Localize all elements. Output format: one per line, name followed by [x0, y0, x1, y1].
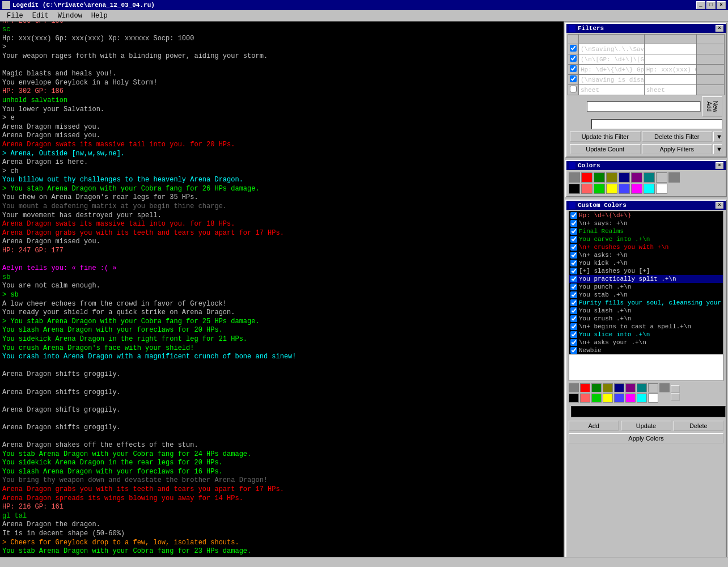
custom-colors-close-button[interactable]: ×	[716, 202, 723, 209]
custom-color-checkbox[interactable]	[570, 323, 577, 330]
custom-color-checkbox[interactable]	[570, 220, 577, 227]
cc-color-swatch[interactable]	[625, 383, 636, 392]
custom-color-checkbox[interactable]	[570, 252, 577, 259]
cc-scroll-down[interactable]: ▼	[671, 393, 680, 401]
custom-color-item[interactable]: Final Realms	[569, 227, 723, 235]
custom-color-checkbox[interactable]	[570, 244, 577, 251]
cc-update-button[interactable]: Update	[621, 421, 671, 431]
custom-color-checkbox[interactable]	[570, 212, 577, 219]
custom-color-item[interactable]: \n+ crushes you with +\n	[569, 243, 723, 251]
color-swatch[interactable]	[606, 172, 617, 183]
cc-color-swatch[interactable]	[591, 393, 602, 403]
custom-color-item[interactable]: You kick .+\n	[569, 259, 723, 267]
cc-color-swatch[interactable]	[580, 383, 590, 392]
filter-checkbox[interactable]	[570, 86, 577, 92]
filter-checkbox[interactable]	[570, 75, 577, 82]
filter-checkbox[interactable]	[570, 65, 577, 72]
custom-color-checkbox[interactable]	[570, 339, 577, 346]
cc-color-swatch[interactable]	[625, 393, 636, 403]
color-swatch[interactable]	[644, 184, 655, 194]
custom-color-checkbox[interactable]	[570, 299, 577, 306]
menu-window[interactable]: Window	[53, 11, 87, 21]
filter-row[interactable]: sheetsheet0	[568, 85, 725, 95]
filter-row[interactable]: (\nSaving is disabled ...0	[568, 75, 725, 85]
color-swatch[interactable]	[631, 172, 642, 183]
custom-color-checkbox[interactable]	[570, 236, 577, 243]
custom-colors-list[interactable]: Hp: \d+\{\d+\}\n+ says: +\nFinal RealmsY…	[569, 211, 723, 381]
filters-close-button[interactable]: ×	[716, 25, 723, 32]
custom-color-item[interactable]: \n+ begins to cast a spell.+\n	[569, 323, 723, 331]
custom-color-item[interactable]: \n+ says: +\n	[569, 219, 723, 227]
custom-color-checkbox[interactable]	[570, 331, 577, 338]
update-count-button[interactable]: Update Count	[570, 144, 641, 154]
filter-checkbox[interactable]	[570, 55, 577, 62]
cc-color-swatch[interactable]	[580, 393, 590, 403]
cc-color-swatch[interactable]	[648, 383, 658, 392]
custom-color-checkbox[interactable]	[570, 276, 577, 282]
cc-color-swatch[interactable]	[569, 393, 579, 403]
custom-color-item[interactable]: You stab .+\n	[569, 291, 723, 299]
cc-color-swatch[interactable]	[659, 383, 670, 392]
color-swatch[interactable]	[606, 184, 617, 194]
custom-color-checkbox[interactable]	[570, 291, 577, 298]
cc-color-swatch[interactable]	[637, 393, 647, 403]
apply-filters-dropdown-button[interactable]: ▼	[713, 144, 722, 154]
add-new-button[interactable]: Add New	[702, 96, 722, 117]
custom-color-item[interactable]: Hp: \d+\{\d+\}	[569, 211, 723, 219]
custom-color-item[interactable]: Newbie	[569, 346, 723, 354]
terminal[interactable]: you envelope Greylock in a Holy Storm!HP…	[0, 22, 564, 567]
menu-file[interactable]: File	[2, 11, 28, 21]
cc-add-button[interactable]: Add	[569, 421, 619, 431]
cc-color-swatch[interactable]	[569, 383, 579, 392]
filter-checkbox[interactable]	[570, 45, 577, 52]
custom-color-item[interactable]: \n+ asks: +\n	[569, 251, 723, 259]
cc-color-swatch[interactable]	[603, 393, 613, 403]
menu-edit[interactable]: Edit	[28, 11, 53, 21]
color-swatch[interactable]	[631, 184, 642, 194]
color-swatch[interactable]	[569, 184, 580, 194]
cc-color-swatch[interactable]	[591, 383, 602, 392]
filter-dropdown-button[interactable]: ▼	[713, 132, 722, 142]
cc-color-swatch[interactable]	[637, 383, 647, 392]
cc-scroll-up[interactable]: ▲	[671, 385, 680, 393]
apply-filters-button[interactable]: Apply Filters	[642, 144, 713, 154]
close-button[interactable]: ×	[717, 1, 726, 9]
custom-color-item[interactable]: You slice into .+\n	[569, 331, 723, 338]
cc-color-swatch[interactable]	[614, 383, 624, 392]
color-swatch[interactable]	[569, 172, 580, 183]
custom-color-item[interactable]: You crush .+\n	[569, 315, 723, 323]
cc-delete-button[interactable]: Delete	[674, 421, 723, 431]
custom-color-checkbox[interactable]	[570, 307, 577, 314]
custom-color-checkbox[interactable]	[570, 268, 577, 274]
cc-color-swatch[interactable]	[648, 393, 658, 403]
color-swatch[interactable]	[594, 184, 605, 194]
custom-color-item[interactable]: You carve into .+\n	[569, 235, 723, 243]
custom-color-item[interactable]: You slash .+\n	[569, 307, 723, 315]
custom-color-checkbox[interactable]	[570, 260, 577, 266]
delete-filter-button[interactable]: Delete this Filter	[642, 132, 713, 142]
cc-color-swatch[interactable]	[614, 393, 624, 403]
filter-row[interactable]: (\n\[GP: \d+\]\[GP: \...0	[568, 54, 725, 65]
custom-color-checkbox[interactable]	[570, 228, 577, 235]
cc-color-swatch[interactable]	[603, 383, 613, 392]
color-swatch[interactable]	[619, 184, 630, 194]
to-input[interactable]	[591, 119, 722, 129]
cc-text-input[interactable]	[571, 406, 726, 417]
custom-color-checkbox[interactable]	[570, 347, 577, 354]
colors-close-button[interactable]: ×	[716, 162, 723, 169]
cc-apply-colors-button[interactable]: Apply Colors	[569, 433, 723, 443]
from-input[interactable]	[587, 101, 701, 112]
color-swatch[interactable]	[581, 184, 592, 194]
color-swatch[interactable]	[581, 172, 592, 183]
custom-color-item[interactable]: Purity fills your soul, cleansing your m…	[569, 299, 723, 307]
menu-help[interactable]: Help	[87, 11, 112, 21]
custom-color-item[interactable]: You punch .+\n	[569, 283, 723, 291]
minimize-button[interactable]: _	[696, 1, 705, 9]
filter-row[interactable]: Hp: \d+\{\d+\} Gp: ...Hp: xxx(xxx) Gp: x…	[568, 65, 725, 75]
color-swatch[interactable]	[594, 172, 605, 183]
custom-color-checkbox[interactable]	[570, 315, 577, 322]
color-swatch[interactable]	[668, 172, 680, 183]
custom-color-item[interactable]: [+] slashes you [+]	[569, 267, 723, 275]
maximize-button[interactable]: □	[706, 1, 716, 9]
color-swatch[interactable]	[656, 172, 667, 183]
